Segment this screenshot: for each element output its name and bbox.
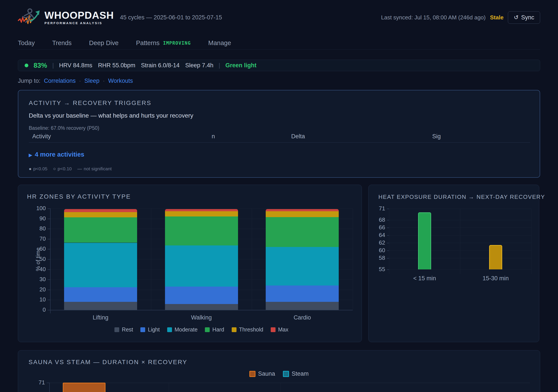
axis-tick	[387, 250, 389, 251]
jump-link-workouts[interactable]: Workouts	[108, 77, 133, 84]
legend-item-max[interactable]: Max	[271, 326, 288, 333]
bar-segment-walking-max	[165, 209, 238, 211]
axis-tick	[387, 235, 389, 236]
x-category-label: Lifting	[74, 314, 127, 321]
sig-ns-label: not significant	[84, 166, 112, 171]
metric-strain: Strain 6.0/8-14	[141, 62, 180, 69]
jump-link-sleep[interactable]: Sleep	[84, 77, 99, 84]
steam-swatch	[283, 371, 289, 377]
activity-panel-title: ACTIVITY → RECOVERY TRIGGERS	[29, 100, 151, 106]
tab-trends[interactable]: Trends	[52, 39, 71, 47]
tab-patterns-label: Patterns	[136, 39, 160, 47]
legend-item-rest[interactable]: Rest	[114, 326, 133, 333]
axis-tick	[48, 310, 50, 310]
y-tick-label: 10	[26, 296, 46, 303]
heat-bar-2	[489, 245, 502, 269]
axis-tick	[48, 229, 50, 229]
grid-line-vertical	[353, 208, 353, 310]
expand-triangle-icon: ▶	[29, 153, 32, 157]
y-tick-label: 68	[372, 216, 385, 223]
y-axis-line	[50, 208, 51, 313]
y-tick-label: 55	[372, 266, 385, 273]
divider: |	[219, 62, 220, 69]
main-nav: Today Trends Deep Dive Patterns IMPROVIN…	[18, 37, 540, 50]
legend-item-sauna[interactable]: Sauna	[249, 370, 275, 377]
y-tick-label: 60	[26, 246, 46, 252]
bar-segment-lifting-threshold	[64, 212, 137, 217]
sync-button-label: Sync	[521, 14, 534, 21]
tab-manage[interactable]: Manage	[208, 39, 231, 47]
legend-item-moderate[interactable]: Moderate	[167, 326, 198, 333]
sauna-bar-1	[63, 383, 105, 392]
y-axis-line	[49, 383, 50, 392]
more-activities-label: 4 more activities	[35, 151, 84, 158]
metrics-group: HRV 84.8ms RHR 55.0bpm Strain 6.0/8-14 S…	[59, 62, 213, 69]
hr-zones-panel: HR ZONES BY ACTIVITY TYPE % of time01020…	[18, 185, 362, 342]
bar-segment-lifting-hard	[64, 217, 137, 243]
recovery-status-dot	[25, 64, 28, 67]
grid-line-71	[49, 383, 530, 383]
y-tick-label: 80	[26, 225, 46, 232]
hard-swatch	[205, 327, 210, 332]
tab-today[interactable]: Today	[18, 39, 35, 47]
app-name: WHOOPDASH	[44, 10, 114, 20]
legend-item-threshold[interactable]: Threshold	[232, 326, 263, 333]
bar-segment-cardio-light	[266, 286, 339, 302]
axis-tick	[387, 220, 389, 220]
bar-segment-cardio-max	[266, 209, 339, 211]
sauna-swatch	[249, 371, 255, 377]
sig-item-p10: ○p<0.10	[53, 166, 72, 171]
axis-tick	[387, 258, 389, 258]
improving-badge: IMPROVING	[163, 41, 191, 46]
max-swatch	[271, 327, 276, 332]
legend-label: Hard	[212, 326, 224, 333]
tab-manage-label: Manage	[208, 39, 231, 47]
cycles-summary: 45 cycles — 2025-06-01 to 2025-07-15	[120, 14, 222, 21]
legend-label: Moderate	[174, 326, 198, 333]
sig-item-ns: —not significant	[77, 166, 112, 171]
grid-line-vertical	[389, 209, 389, 274]
bar-segment-lifting-max	[64, 209, 137, 212]
tab-patterns[interactable]: Patterns IMPROVING	[136, 39, 191, 47]
activity-panel-subtitle: Delta vs your baseline — what helps and …	[29, 112, 193, 119]
bar-segment-cardio-rest	[266, 302, 339, 310]
more-activities-expander[interactable]: ▶4 more activities	[29, 151, 84, 158]
y-tick-label: 30	[26, 276, 46, 283]
legend-item-light[interactable]: Light	[140, 326, 160, 333]
axis-tick	[48, 290, 50, 290]
grid-line-vertical	[531, 209, 532, 274]
sauna-steam-title: SAUNA VS STEAM — DURATION × RECOVERY	[28, 359, 187, 366]
green-light-label: Green light	[225, 62, 257, 69]
heat-exposure-panel: HEAT EXPOSURE DURATION → NEXT-DAY RECOVE…	[368, 185, 539, 342]
baseline-note: Baseline: 67.0% recovery (P50)	[29, 125, 99, 131]
column-header-sig: Sig	[432, 133, 441, 140]
brand-text: WHOOPDASH PERFORMANCE ANALYSIS	[44, 10, 114, 25]
grid-line-vertical	[169, 383, 169, 392]
filled-dot-icon: ●	[29, 166, 32, 171]
jump-to-row: Jump to: Correlations · Sleep · Workouts	[18, 77, 133, 85]
tab-deep-dive[interactable]: Deep Dive	[89, 39, 119, 47]
legend-label: Light	[148, 326, 160, 333]
recovery-percent: 83%	[34, 62, 47, 69]
x-category-label: < 15 min	[398, 275, 451, 282]
y-tick-label: 62	[372, 239, 385, 246]
legend-item-steam[interactable]: Steam	[283, 370, 309, 377]
y-tick-label: 66	[372, 224, 385, 231]
jump-link-correlations[interactable]: Correlations	[44, 77, 76, 84]
app-tagline: PERFORMANCE ANALYSIS	[44, 21, 114, 25]
significance-legend: ●p<0.05 ○p<0.10 —not significant	[29, 166, 112, 171]
bar-segment-lifting-rest	[64, 302, 137, 310]
column-header-n: n	[212, 133, 215, 140]
bar-segment-walking-hard	[165, 216, 238, 246]
heat-exposure-title: HEAT EXPOSURE DURATION → NEXT-DAY RECOVE…	[378, 194, 545, 200]
x-axis-line	[50, 310, 353, 310]
steam-legend-label: Steam	[292, 370, 309, 377]
y-tick-label: 71	[372, 205, 385, 212]
bar-segment-lifting-light	[64, 287, 137, 302]
sauna-steam-panel: SAUNA VS STEAM — DURATION × RECOVERY Sau…	[18, 350, 540, 392]
hr-zones-legend: RestLightModerateHardThresholdMax	[50, 326, 353, 333]
bar-segment-walking-rest	[165, 304, 238, 310]
sync-button[interactable]: ↺ Sync	[508, 11, 540, 24]
y-tick-label: 90	[26, 215, 46, 222]
legend-item-hard[interactable]: Hard	[205, 326, 224, 333]
